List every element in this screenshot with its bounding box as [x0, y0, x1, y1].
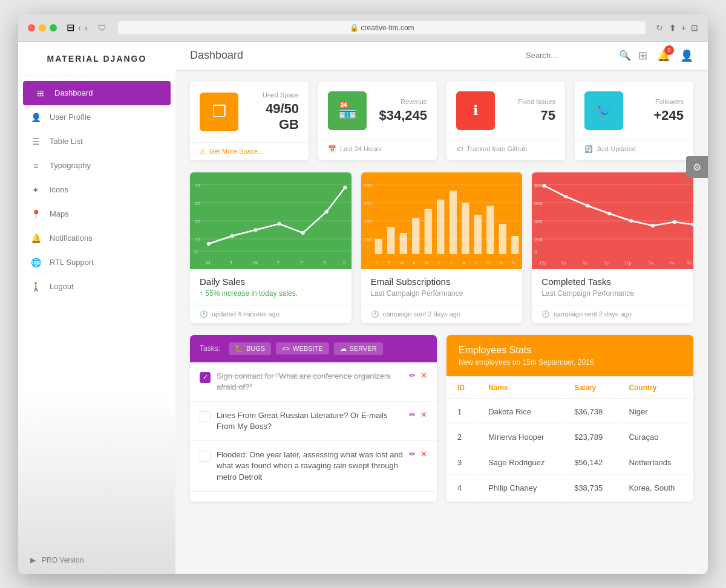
- svg-text:10: 10: [195, 237, 201, 243]
- charts-row: 40 30 20 10 0: [190, 172, 693, 323]
- stat-info: Followers +245: [630, 98, 684, 123]
- cell-country: Netherlands: [619, 451, 692, 475]
- dot-red[interactable]: [28, 24, 35, 31]
- sidebar-item-label: Logout: [50, 282, 74, 291]
- employees-table: ID Name Salary Country 1 Dakota Rice $36…: [446, 376, 693, 501]
- dot-green[interactable]: [50, 24, 57, 31]
- stat-label: Used Space: [246, 91, 299, 99]
- task-checkbox-3[interactable]: [200, 451, 211, 462]
- sidebar-item-label: Dashboard: [54, 88, 93, 97]
- topbar: Dashboard 🔍 ⊞ 🔔 5 👤: [175, 42, 708, 70]
- pro-version-label: PRO Version: [42, 556, 83, 564]
- nav-forward-button[interactable]: ›: [85, 22, 88, 33]
- sidebar-item-rtl-support[interactable]: 🌐 RTL Support: [18, 250, 175, 275]
- sidebar-item-logout[interactable]: 🚶 Logout: [18, 275, 175, 299]
- tasks-header: Tasks: 🐛 BUGS <> WEBSITE ☁ S: [190, 335, 437, 362]
- task-checkbox-1[interactable]: ✓: [200, 372, 211, 383]
- search-button[interactable]: 🔍: [619, 50, 631, 61]
- grid-view-button[interactable]: ⊞: [638, 49, 647, 62]
- sidebar-item-dashboard[interactable]: ⊞ Dashboard: [23, 81, 171, 105]
- dot-yellow[interactable]: [39, 24, 46, 31]
- sidebar-item-label: RTL Support: [50, 258, 94, 267]
- svg-point-12: [254, 228, 258, 232]
- svg-point-10: [207, 242, 211, 246]
- stat-footer[interactable]: ⚠ Get More Space...: [190, 142, 309, 160]
- task-actions: ✏ ✕: [409, 371, 427, 380]
- svg-text:40: 40: [195, 183, 201, 188]
- task-tab-bugs[interactable]: 🐛 BUGS: [229, 342, 271, 355]
- share-icon[interactable]: ⬆: [669, 23, 676, 33]
- address-bar[interactable]: 🔒 creative-tim.com: [117, 21, 646, 35]
- task-delete-button[interactable]: ✕: [420, 410, 427, 419]
- dashboard-icon: ⊞: [35, 88, 46, 98]
- main-content: Dashboard 🔍 ⊞ 🔔 5 👤: [175, 42, 708, 574]
- sidebar-toggle-icon[interactable]: ⊟: [67, 22, 74, 33]
- stats-row: ❐ Used Space 49/50 GB ⚠ Get More Space..…: [190, 82, 693, 160]
- sidebar-footer[interactable]: ▶ PRO Version: [18, 546, 175, 574]
- website-icon: <>: [282, 345, 290, 352]
- refresh-icon[interactable]: ↻: [656, 23, 663, 33]
- cell-id: 2: [448, 425, 477, 449]
- svg-text:12p: 12p: [624, 261, 632, 266]
- email-sub-svg: 800 600 400 200: [361, 172, 523, 269]
- notifications-button[interactable]: 🔔 5: [657, 49, 670, 62]
- bottom-row: Tasks: 🐛 BUGS <> WEBSITE ☁ S: [190, 335, 693, 501]
- svg-text:O: O: [487, 261, 491, 266]
- svg-point-70: [651, 224, 655, 227]
- employees-header: Employees Stats New employees on 15th Se…: [446, 335, 693, 376]
- task-tab-label: WEBSITE: [293, 345, 323, 352]
- stat-card-fixed-issues: ℹ Fixed Issues 75 🏷 Tracked from Github: [446, 82, 565, 160]
- chart-footer: 🕐 campaign sent 2 days ago: [532, 305, 693, 323]
- svg-rect-37: [437, 200, 444, 254]
- stat-card-used-space: ❐ Used Space 49/50 GB ⚠ Get More Space..…: [190, 82, 309, 160]
- sidebar-item-label: Typography: [50, 161, 91, 170]
- task-tab-label: SERVER: [350, 345, 377, 352]
- sidebar-item-label: Icons: [50, 185, 68, 194]
- sidebar-item-table-list[interactable]: ☰ Table List: [18, 129, 175, 154]
- table-row: 4 Philip Chaney $38,735 Korea, South: [448, 476, 692, 500]
- task-edit-button[interactable]: ✏: [409, 410, 416, 419]
- task-delete-button[interactable]: ✕: [420, 371, 427, 380]
- task-checkbox-2[interactable]: [200, 411, 211, 422]
- cell-country: Niger: [619, 400, 692, 424]
- rtl-icon: 🌐: [30, 258, 41, 267]
- chart-footer: 🕐 updated 4 minutes ago: [190, 305, 352, 323]
- svg-text:3a: 3a: [649, 261, 653, 266]
- task-edit-button[interactable]: ✏: [409, 449, 416, 459]
- sidebar-item-typography[interactable]: ≡ Typography: [18, 154, 175, 178]
- chart-subtitle: Last Campaign Performance: [541, 289, 684, 298]
- svg-rect-32: [374, 239, 382, 254]
- window-icon[interactable]: ⊡: [691, 23, 698, 33]
- sidebar-item-maps[interactable]: 📍 Maps: [18, 202, 175, 226]
- svg-text:F: F: [388, 261, 391, 266]
- completed-tasks-svg: 800 600 400 200 0: [532, 172, 693, 269]
- sidebar-item-user-profile[interactable]: 👤 User Profile: [18, 105, 175, 129]
- search-input[interactable]: [526, 51, 616, 60]
- svg-text:A: A: [462, 261, 465, 266]
- stat-footer-text: Get More Space...: [209, 148, 263, 155]
- svg-text:S: S: [474, 261, 477, 266]
- nav-back-button[interactable]: ‹: [78, 22, 81, 33]
- cell-name: Dakota Rice: [479, 400, 563, 424]
- task-delete-button[interactable]: ✕: [420, 449, 427, 459]
- task-edit-button[interactable]: ✏: [409, 371, 416, 380]
- sidebar-item-notifications[interactable]: 🔔 Notifications: [18, 226, 175, 250]
- task-tab-website[interactable]: <> WEBSITE: [276, 342, 329, 354]
- task-tab-server[interactable]: ☁ SERVER: [334, 342, 383, 355]
- settings-gear-button[interactable]: ⚙: [686, 156, 708, 178]
- search-area: 🔍: [526, 50, 631, 61]
- sidebar-item-icons[interactable]: ✦ Icons: [18, 178, 175, 202]
- browser-window: ⊟ ‹ › 🛡 🔒 creative-tim.com ↻ ⬆ + ⊡ MATER…: [18, 15, 708, 574]
- stat-value: $34,245: [374, 108, 427, 123]
- cell-salary: $56,142: [564, 451, 618, 475]
- col-header-name: Name: [479, 377, 563, 399]
- svg-point-65: [543, 184, 546, 188]
- completed-tasks-chart: 800 600 400 200 0: [532, 172, 693, 269]
- maps-icon: 📍: [30, 209, 41, 219]
- new-tab-icon[interactable]: +: [681, 23, 686, 33]
- svg-text:200: 200: [364, 237, 372, 243]
- svg-text:400: 400: [364, 219, 372, 224]
- cell-country: Curaçao: [619, 425, 692, 449]
- user-profile-button[interactable]: 👤: [680, 49, 693, 62]
- warning-icon: ⚠: [200, 148, 206, 155]
